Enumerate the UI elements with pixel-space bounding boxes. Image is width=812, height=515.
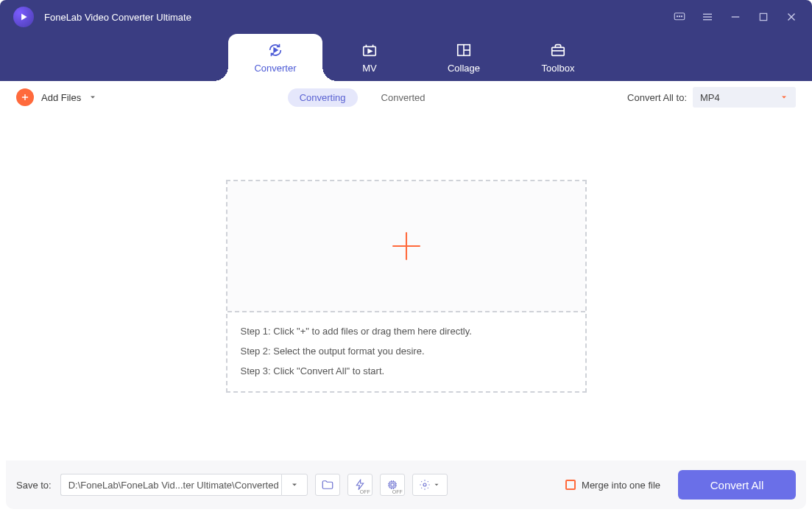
chevron-down-icon (433, 481, 440, 488)
gear-icon (419, 479, 431, 491)
converter-icon (266, 42, 284, 58)
checkbox-icon (565, 480, 576, 490)
svg-point-3 (679, 16, 679, 17)
add-files-label: Add Files (41, 92, 81, 103)
app-logo-icon (13, 7, 34, 27)
tab-toolbox[interactable]: Toolbox (511, 34, 605, 81)
status-tabs: Converting Converted (288, 88, 437, 107)
step-2: Step 2: Select the output format you des… (241, 346, 572, 357)
toolbox-icon (549, 42, 567, 58)
tab-collage[interactable]: Collage (417, 34, 511, 81)
svg-marker-24 (91, 97, 95, 99)
footer: Save to: D:\FoneLab\FoneLab Vid...ter Ul… (6, 460, 806, 509)
save-path-input[interactable]: D:\FoneLab\FoneLab Vid...ter Ultimate\Co… (60, 474, 281, 496)
chevron-down-icon (290, 480, 299, 489)
format-selected: MP4 (700, 92, 720, 103)
dropzone: Step 1: Click "+" to add files or drag t… (226, 180, 587, 393)
titlebar: FoneLab Video Converter Ultimate (0, 0, 812, 81)
svg-rect-9 (760, 13, 766, 20)
svg-marker-41 (435, 484, 439, 486)
status-tab-converting[interactable]: Converting (288, 88, 358, 107)
save-path-select: D:\FoneLab\FoneLab Vid...ter Ultimate\Co… (60, 474, 308, 496)
dropzone-steps: Step 1: Click "+" to add files or drag t… (227, 312, 585, 391)
window-controls (672, 10, 799, 24)
merge-checkbox[interactable]: Merge into one file (565, 480, 660, 491)
titlebar-top: FoneLab Video Converter Ultimate (0, 0, 812, 34)
svg-rect-30 (389, 482, 395, 488)
chevron-down-icon (780, 93, 788, 102)
tab-converter-label: Converter (254, 63, 296, 74)
close-icon[interactable] (784, 10, 799, 24)
open-folder-button[interactable] (315, 474, 340, 496)
mv-icon (361, 42, 378, 58)
convert-all-button[interactable]: Convert All (678, 470, 796, 500)
add-plus-icon (16, 88, 34, 106)
add-files-button[interactable]: Add Files (16, 88, 97, 106)
settings-button[interactable] (412, 474, 448, 496)
main-area: Step 1: Click "+" to add files or drag t… (6, 113, 806, 460)
status-tab-converted[interactable]: Converted (370, 88, 437, 107)
minimize-icon[interactable] (728, 10, 743, 24)
folder-icon (321, 478, 334, 491)
step-1: Step 1: Click "+" to add files or drag t… (241, 326, 572, 337)
svg-marker-29 (356, 480, 363, 489)
svg-rect-31 (391, 483, 394, 486)
toolbar: Add Files Converting Converted Convert A… (6, 81, 806, 113)
plus-icon (388, 228, 425, 264)
svg-marker-12 (274, 48, 278, 52)
app-title: FoneLab Video Converter Ultimate (44, 12, 191, 23)
svg-marker-0 (22, 15, 27, 20)
format-select[interactable]: MP4 (693, 87, 796, 108)
gpu-accel-button[interactable]: OFF (380, 474, 405, 496)
maximize-icon[interactable] (756, 10, 771, 24)
convert-all-to: Convert All to: MP4 (627, 87, 796, 108)
merge-label: Merge into one file (582, 480, 660, 491)
svg-marker-28 (292, 484, 297, 486)
dropzone-add-area[interactable] (227, 181, 585, 312)
hw-off-label: OFF (360, 489, 370, 494)
svg-marker-25 (782, 97, 786, 99)
tab-mv-label: MV (362, 63, 377, 74)
collage-icon (455, 42, 473, 58)
svg-rect-20 (552, 47, 565, 55)
menu-icon[interactable] (700, 10, 715, 24)
save-path-dropdown[interactable] (281, 474, 308, 496)
tab-collage-label: Collage (448, 63, 480, 74)
feedback-icon[interactable] (672, 10, 687, 24)
convert-all-to-label: Convert All to: (627, 92, 687, 103)
app-window: FoneLab Video Converter Ultimate (0, 0, 812, 515)
svg-point-4 (681, 16, 682, 17)
chevron-down-icon (88, 93, 97, 102)
save-to-label: Save to: (16, 480, 52, 491)
main-tabs: Converter MV Collage Toolbox (0, 34, 812, 81)
svg-point-40 (423, 483, 426, 486)
svg-marker-16 (368, 49, 372, 53)
step-3: Step 3: Click "Convert All" to start. (241, 365, 572, 376)
hw-accel-button[interactable]: OFF (347, 474, 373, 496)
gpu-off-label: OFF (392, 489, 403, 494)
svg-point-2 (677, 16, 677, 17)
tab-toolbox-label: Toolbox (542, 63, 575, 74)
tab-converter[interactable]: Converter (228, 34, 322, 81)
